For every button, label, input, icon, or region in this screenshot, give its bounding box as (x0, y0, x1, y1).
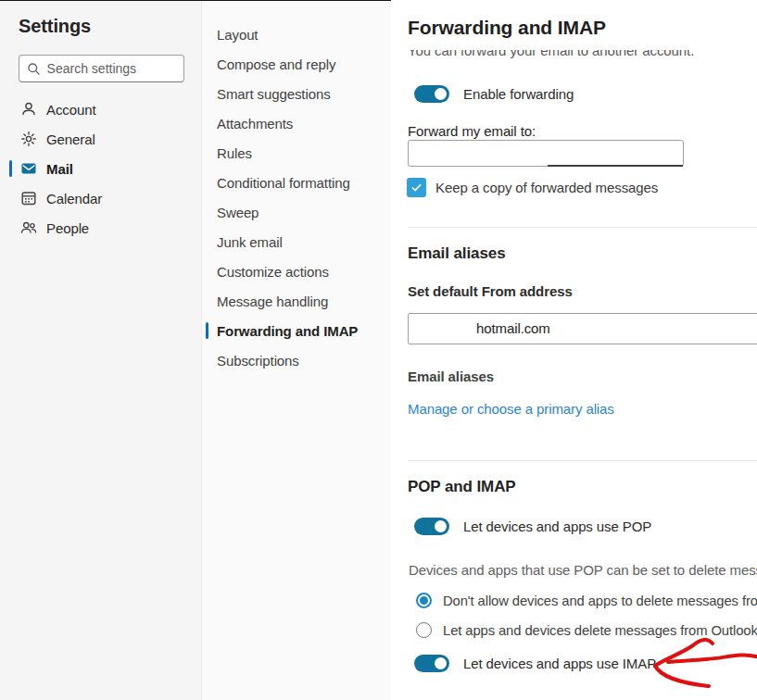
search-box[interactable] (19, 55, 184, 82)
red-arrow-annotation (636, 633, 757, 694)
dont-allow-delete-radio[interactable] (416, 593, 432, 608)
nav-item-attachments[interactable]: Attachments (202, 108, 392, 138)
keep-copy-row: Keep a copy of forwarded messages (407, 178, 658, 197)
default-from-address-select[interactable]: hotmail.com (408, 313, 757, 344)
sidebar-item-account[interactable]: Account (0, 94, 201, 124)
toggle-knob (435, 520, 447, 532)
person-icon (20, 101, 37, 118)
pop-toggle-row: Let devices and apps use POP (414, 518, 651, 535)
nav-item-smart-suggestions[interactable]: Smart suggestions (202, 79, 392, 108)
radio-row-dont-allow-delete: Don't allow devices and apps to delete m… (416, 593, 757, 608)
nav-item-junk-email[interactable]: Junk email (202, 227, 392, 256)
settings-title: Settings (19, 16, 91, 37)
let-delete-radio[interactable] (416, 622, 432, 638)
forwarding-intro-clipped: You can forward your email to another ac… (408, 50, 741, 60)
toggle-knob (435, 657, 447, 669)
selected-indicator (9, 160, 12, 177)
forward-email-field-wrap (408, 140, 684, 167)
nav-item-message-handling[interactable]: Message handling (202, 286, 392, 316)
imap-toggle-row: Let devices and apps use IMAP (414, 655, 656, 672)
email-aliases-heading: Email aliases (408, 244, 506, 263)
mail-settings-nav: Layout Compose and reply Smart suggestio… (201, 1, 391, 700)
sidebar-item-people[interactable]: People (0, 213, 201, 243)
nav-item-subscriptions[interactable]: Subscriptions (202, 345, 392, 375)
pop-description: Devices and apps that use POP can be set… (409, 562, 757, 578)
forward-email-label: Forward my email to: (408, 123, 536, 139)
nav-item-conditional-formatting[interactable]: Conditional formatting (202, 168, 392, 197)
nav-item-compose-and-reply[interactable]: Compose and reply (202, 49, 392, 79)
nav-item-forwarding-and-imap[interactable]: Forwarding and IMAP (202, 316, 392, 345)
nav-item-layout[interactable]: Layout (202, 19, 392, 49)
default-from-address-value: hotmail.com (409, 314, 757, 344)
toggle-knob (435, 88, 447, 100)
sidebar-item-label: People (46, 220, 89, 236)
redacted-underline (548, 165, 683, 167)
section-divider (408, 460, 757, 461)
sidebar-item-mail[interactable]: Mail (0, 154, 201, 183)
dont-allow-delete-label: Don't allow devices and apps to delete m… (443, 594, 757, 608)
imap-toggle[interactable] (414, 655, 449, 672)
sidebar-item-label: General (46, 131, 95, 147)
search-icon (27, 60, 42, 77)
sidebar-item-general[interactable]: General (0, 124, 201, 154)
set-default-from-label: Set default From address (408, 283, 573, 299)
calendar-icon (20, 190, 37, 206)
pop-imap-heading: POP and IMAP (408, 478, 516, 496)
gear-icon (20, 131, 37, 147)
people-icon (20, 219, 37, 236)
imap-toggle-label: Let devices and apps use IMAP (463, 656, 656, 671)
enable-forwarding-row: Enable forwarding (414, 85, 574, 103)
selected-indicator (206, 322, 208, 339)
sidebar-item-calendar[interactable]: Calendar (0, 183, 201, 213)
nav-item-customize-actions[interactable]: Customize actions (202, 256, 392, 286)
keep-copy-checkbox[interactable] (407, 178, 426, 197)
sidebar-item-label: Account (46, 102, 96, 118)
enable-forwarding-toggle[interactable] (414, 85, 449, 103)
mail-icon (20, 160, 37, 177)
checkmark-icon (410, 181, 423, 194)
sidebar-item-label: Calendar (46, 191, 102, 206)
page-title: Forwarding and IMAP (408, 17, 606, 39)
forward-email-input[interactable] (408, 140, 684, 167)
nav-item-sweep[interactable]: Sweep (202, 197, 392, 227)
manage-alias-link[interactable]: Manage or choose a primary alias (408, 401, 614, 417)
search-input[interactable] (47, 61, 176, 76)
forwarding-imap-panel: Forwarding and IMAP You can forward your… (391, 0, 757, 700)
enable-forwarding-label: Enable forwarding (463, 86, 574, 102)
pop-toggle[interactable] (414, 518, 449, 535)
section-divider (408, 227, 757, 228)
sidebar-item-label: Mail (46, 161, 73, 177)
settings-sidebar: Settings Account General Mail Calendar (0, 1, 201, 700)
pop-toggle-label: Let devices and apps use POP (463, 519, 651, 534)
keep-copy-label: Keep a copy of forwarded messages (435, 180, 658, 195)
nav-item-rules[interactable]: Rules (202, 138, 392, 168)
email-aliases-sublabel: Email aliases (408, 369, 494, 384)
